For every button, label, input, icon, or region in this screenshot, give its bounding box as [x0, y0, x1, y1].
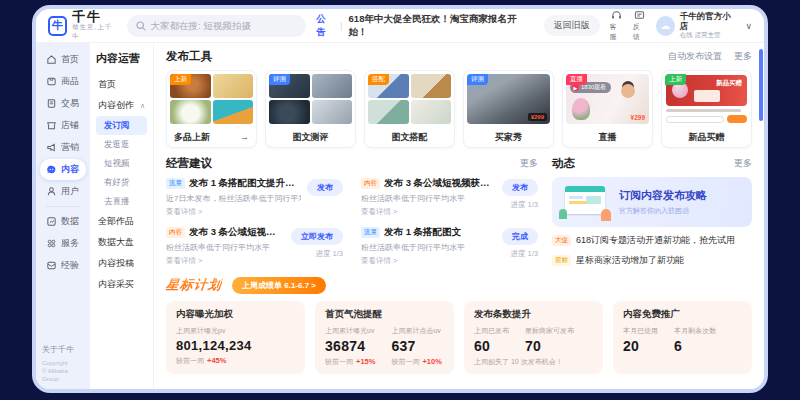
- tool-card-buyer-show[interactable]: 评测 ¥299 买家秀: [463, 70, 554, 148]
- publish-tools-more-link[interactable]: 更多: [734, 50, 752, 63]
- sidebar-label: 服务: [61, 237, 79, 250]
- publish-tool-cards: 上新 多品上新 → 评测 图文测评: [166, 70, 752, 148]
- tool-card-multi-new[interactable]: 上新 多品上新 →: [166, 70, 257, 148]
- dynamics-item[interactable]: 大促 618订阅专题活动开通新功能，抢先试用: [552, 234, 752, 247]
- about-qianniu-link[interactable]: 关于千牛: [42, 344, 84, 355]
- sidebar-item-data[interactable]: 数据: [40, 211, 86, 232]
- live-dot-icon: ▶: [572, 84, 579, 91]
- view-details-link[interactable]: 查看详情 >: [361, 207, 496, 217]
- metric-value: 36874: [325, 338, 375, 354]
- weekly-report-button[interactable]: 上周成绩单 6.1-6.7 >: [232, 277, 326, 294]
- view-details-link[interactable]: 查看详情 >: [361, 256, 496, 266]
- search-box[interactable]: [127, 15, 307, 37]
- sidebar-item-content[interactable]: 内容: [40, 159, 86, 180]
- badge-review: 评测: [467, 74, 488, 85]
- service-grid-icon: [46, 238, 57, 249]
- sidebar-label: 数据: [61, 215, 79, 228]
- metric-value: 60: [474, 338, 509, 354]
- metric-label: 本月剩余次数: [674, 326, 716, 336]
- stat-card-free-promo[interactable]: 内容免费推广 本月已使用 20 本月剩余次数 6: [613, 301, 752, 374]
- shop-status: 在线 运营主管: [680, 31, 736, 40]
- view-details-link[interactable]: 查看详情 >: [166, 207, 301, 217]
- suggestion-item: 流量 发布 1 条搭配图文 粉丝活跃率低于同行平均水平 查看详情 > 完成 进度…: [361, 226, 538, 266]
- feedback-button[interactable]: 反馈: [633, 10, 646, 42]
- subnav-group-content-creation[interactable]: 内容创作 ∧: [96, 95, 147, 116]
- icon-sidebar: 首页 商品 交易 店铺 营销 内容: [36, 43, 90, 389]
- publish-button[interactable]: 发布: [307, 179, 343, 196]
- dynamics-more-link[interactable]: 更多: [734, 157, 752, 170]
- banner-title: 订阅内容发布攻略: [619, 188, 707, 203]
- sidebar-label: 店铺: [61, 119, 79, 132]
- announcement-label: 公告: [316, 13, 334, 39]
- tag-traffic: 流量: [361, 227, 380, 238]
- back-old-version-button[interactable]: 返回旧版: [544, 15, 600, 36]
- search-input[interactable]: [151, 20, 298, 31]
- account-menu[interactable]: ☁ 千牛的官方小店 在线 运营主管: [656, 11, 735, 40]
- delta-value: +15%: [356, 357, 375, 366]
- sidebar-item-trade[interactable]: 交易: [40, 93, 86, 114]
- customer-service-button[interactable]: 客服: [610, 10, 623, 42]
- subnav-item-short-video[interactable]: 短视频: [96, 154, 147, 173]
- sidebar-item-service[interactable]: 服务: [40, 233, 86, 254]
- delta-label: 较前一周: [325, 357, 353, 367]
- sidebar-item-shop[interactable]: 店铺: [40, 115, 86, 136]
- publish-button[interactable]: 发布: [502, 179, 538, 196]
- tool-card-outfit[interactable]: 搭配 图文搭配: [364, 70, 455, 148]
- host-face-decor: [621, 84, 635, 98]
- sidebar-label: 营销: [61, 141, 79, 154]
- announcement-bar[interactable]: 公告 | 618年中大促全民狂欢！淘宝商家报名开始！: [316, 13, 523, 39]
- subnav-item-all-works[interactable]: 全部作品: [96, 211, 147, 232]
- tool-card-review[interactable]: 评测 图文测评: [265, 70, 356, 148]
- subnav-item-data-dashboard[interactable]: 数据大盘: [96, 232, 147, 253]
- dynamics-title: 动态: [552, 156, 575, 171]
- suggestion-title: 发布 3 条公域短视频获取流量: [384, 177, 496, 190]
- promo-inset-decor: [694, 90, 720, 102]
- auto-publish-settings-link[interactable]: 自动发布设置: [668, 50, 722, 63]
- dynamics-banner[interactable]: 订阅内容发布攻略 官方解答你的入驻困惑: [552, 177, 752, 227]
- metric-value: 637: [391, 338, 441, 354]
- subnav-item-publish-guangguang[interactable]: 发逛逛: [96, 135, 147, 154]
- sidebar-divider: [46, 206, 80, 207]
- subnav-item-publish-subscribe[interactable]: 发订阅: [96, 116, 147, 135]
- dynamics-item-text: 618订阅专题活动开通新功能，抢先试用: [576, 234, 735, 247]
- sidebar-item-goods[interactable]: 商品: [40, 71, 86, 92]
- price-tag: ¥299: [631, 114, 645, 121]
- sidebar-item-marketing[interactable]: 营销: [40, 137, 86, 158]
- suggestion-desc: 近7日未发布，粉丝活跃率低于同行平均: [166, 193, 301, 204]
- subnav-item-content-submit[interactable]: 内容投稿: [96, 253, 147, 274]
- subnav-title: 内容运营: [96, 51, 147, 66]
- subnav-item-content-purchase[interactable]: 内容采买: [96, 274, 147, 295]
- publish-now-button[interactable]: 立即发布: [291, 228, 343, 245]
- tool-card-live[interactable]: 直播 ▶ 1830观看 ¥299 直播: [562, 70, 653, 148]
- subnav-item-go-live[interactable]: 去直播: [96, 192, 147, 211]
- qianniu-logo[interactable]: 牛 千牛 做生意,上千牛: [48, 10, 117, 41]
- metric-value: 20: [623, 338, 658, 354]
- logo-tagline: 做生意,上千牛: [72, 23, 117, 41]
- tag-traffic: 流量: [166, 178, 185, 189]
- tool-card-new-gift[interactable]: 上新 新品买赠 新品买赠: [661, 70, 752, 148]
- stat-card-publish-count[interactable]: 发布条数提升 上周已发布 60 星标商家可发布 70 上周损失了 10 次发布机…: [464, 301, 603, 374]
- sidebar-item-experience[interactable]: 经验: [40, 255, 86, 276]
- sidebar-item-home[interactable]: 首页: [40, 49, 86, 70]
- stat-title: 内容免费推广: [623, 308, 742, 321]
- dynamics-item[interactable]: 星标 星标商家活动增加了新功能: [552, 254, 752, 267]
- dynamics-item-text: 星标商家活动增加了新功能: [576, 254, 684, 267]
- suggestion-desc: 粉丝活跃率低于同行平均水平: [361, 193, 496, 204]
- suggestions-more-link[interactable]: 更多: [520, 157, 538, 170]
- stat-card-bubble[interactable]: 首页气泡提醒 上周累计曝光uv 36874 较前一周 +15% 上周累计点击uv: [315, 301, 454, 374]
- complete-button[interactable]: 完成: [502, 228, 538, 245]
- chevron-down-icon[interactable]: ∨: [745, 21, 752, 31]
- stat-card-exposure[interactable]: 内容曝光加权 上周累计曝光pv 801,124,234 较前一周 +45%: [166, 301, 305, 374]
- tag-content: 内容: [166, 227, 185, 238]
- avatar-cloud-icon: ☁: [660, 20, 670, 31]
- delta-value: +10%: [422, 357, 441, 366]
- sidebar-item-users[interactable]: 用户: [40, 181, 86, 202]
- view-details-link[interactable]: 查看详情 >: [166, 256, 285, 266]
- logo-name: 千牛: [72, 10, 117, 23]
- badge-live: 直播: [566, 74, 587, 85]
- subnav-item-home[interactable]: 首页: [96, 74, 147, 95]
- scrollbar-thumb[interactable]: [759, 49, 763, 121]
- avatar: ☁: [656, 16, 675, 36]
- subnav-item-good-goods[interactable]: 有好货: [96, 173, 147, 192]
- suggestion-title: 发布 1 条搭配图文: [384, 226, 461, 239]
